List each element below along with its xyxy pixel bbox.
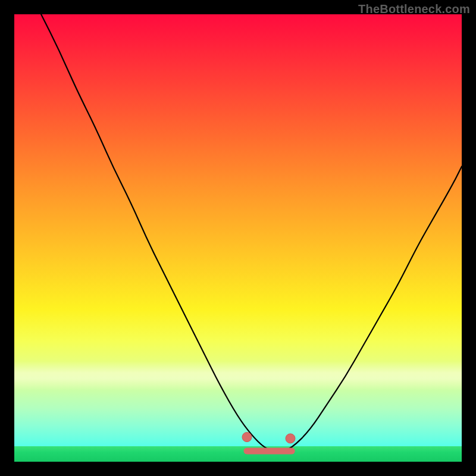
bottleneck-curve [41,14,462,452]
optimal-marker-right [286,434,295,443]
optimal-marker-left [242,433,252,442]
curve-layer [14,14,462,462]
plot-area [14,14,462,462]
chart-frame: TheBottleneck.com [0,0,476,476]
